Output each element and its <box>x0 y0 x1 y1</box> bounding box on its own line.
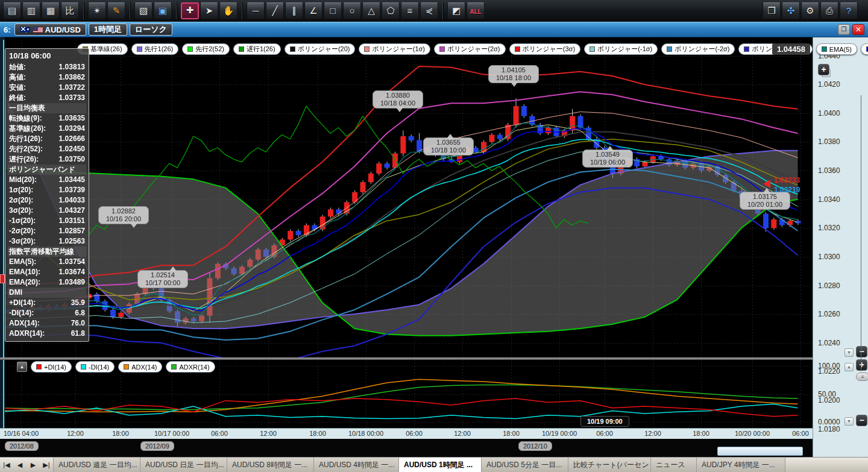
indicator-button[interactable]: 先行2(52) <box>182 43 230 55</box>
save-icon[interactable]: ▣ <box>154 2 172 19</box>
new-chart-icon[interactable]: ▥ <box>22 2 40 19</box>
sub-axis-label: 0.0000 <box>818 418 840 426</box>
crosshair-icon[interactable]: ✚ <box>181 2 199 19</box>
indicator-button[interactable]: ボリンジャー(-1σ) <box>584 43 658 55</box>
chart-tab[interactable]: AUD/USD 4時間足 一... <box>313 458 399 472</box>
zoom-in-button[interactable]: + <box>818 64 829 75</box>
indicator-button[interactable]: 遅行1(26) <box>233 43 281 55</box>
indicator-settings-icon[interactable]: ✴ <box>88 2 106 19</box>
compare-icon[interactable]: 比 <box>61 2 79 19</box>
timeframe-button[interactable]: 1時間足 <box>89 24 127 36</box>
data-panel-row: 始値:1.03813 <box>8 62 86 72</box>
time-axis-label: 12:00 <box>67 430 84 437</box>
data-panel-row: -2σ(20):1.02857 <box>8 226 86 236</box>
print-icon[interactable]: ⎙ <box>820 2 838 19</box>
fan-lines-icon[interactable]: ⋞ <box>420 2 438 19</box>
data-panel-row: 安値:1.03722 <box>8 83 86 93</box>
dmi-legend-button[interactable]: -DI(14) <box>75 361 115 373</box>
data-panel-row: 終値:1.03733 <box>8 93 86 103</box>
scroll-down-button[interactable]: ▼ <box>844 348 854 357</box>
windows-icon[interactable]: ❐ <box>763 2 781 19</box>
dmi-legend-button[interactable]: ADX(14) <box>118 361 162 373</box>
data-panel-row: -DI(14):6.8 <box>8 308 86 318</box>
sub-scroll-down-button[interactable]: ▼ <box>844 417 854 426</box>
chart-tab[interactable]: AUD/USD 日足 一目均... <box>140 458 227 472</box>
chart-tab[interactable]: AUD/USD 週足 一目均... <box>53 458 140 472</box>
triangle-icon[interactable]: △ <box>362 2 380 19</box>
restore-window-button[interactable]: ❐ <box>838 24 850 35</box>
indicator-button[interactable]: ボリンジャー(1σ) <box>359 43 430 55</box>
main-price-chart[interactable] <box>5 40 813 357</box>
chart-tab[interactable]: AUD/JPY 4時間足 一... <box>696 458 785 472</box>
help-icon[interactable]: ? <box>840 2 858 19</box>
template-settings-icon[interactable]: ▧ <box>134 2 153 19</box>
price-arrow-icon <box>763 180 770 188</box>
sub-scroll-up-button[interactable]: ▲ <box>844 363 854 371</box>
data-panel-row: 1σ(20):1.03739 <box>8 185 86 195</box>
time-axis-label: 10/16 04:00 <box>4 430 39 437</box>
eraser-icon[interactable]: ◩ <box>447 2 465 19</box>
chart-list-icon[interactable]: ▤ <box>3 2 21 19</box>
bid-price-marker: 1.03219 <box>774 186 800 194</box>
chart-left-border <box>0 37 5 457</box>
dmi-legend-button[interactable]: +DI(14) <box>31 361 72 373</box>
history-minimap[interactable]: 2012/082012/092012/10 <box>0 439 813 457</box>
polygon-icon[interactable]: ⬠ <box>382 2 400 19</box>
chart-type-button[interactable]: ローソク <box>130 24 172 36</box>
sub-zoom-out-button[interactable]: − <box>856 415 867 426</box>
price-annotation-bubble: 1.0251410/17 00:00 <box>137 270 188 288</box>
tab-nav-button[interactable]: ◀ <box>13 458 27 472</box>
data-panel-row: +DI(14):35.9 <box>8 298 86 308</box>
dmi-legend-button[interactable]: ADXR(14) <box>166 361 215 373</box>
time-axis-label: 10/20 00:00 <box>735 430 770 437</box>
fullscreen-icon[interactable]: ✣ <box>782 2 800 19</box>
indicator-button[interactable]: ボリンジャー(2σ) <box>434 43 506 55</box>
tab-nav-button[interactable]: |◀ <box>0 458 13 472</box>
indicator-button[interactable]: ボリンジャー(-2σ) <box>661 43 735 55</box>
chart-tab[interactable]: AUD/USD 1時間足 ... <box>398 458 482 472</box>
angle-line-icon[interactable]: ∠ <box>304 2 322 19</box>
currency-pair-badge[interactable]: AUD/USD <box>14 24 86 36</box>
minimap-scrollbar-thumb[interactable] <box>717 447 803 456</box>
trend-line-icon[interactable]: ╱ <box>266 2 284 19</box>
horizontal-line-icon[interactable]: ─ <box>247 2 265 19</box>
indicator-button[interactable]: ボリンジャー(3σ) <box>509 43 581 55</box>
data-panel-row: EMA(10):1.03674 <box>8 267 86 277</box>
circle-icon[interactable]: ○ <box>343 2 361 19</box>
calendar-icon[interactable]: ▦ <box>42 2 60 19</box>
price-annotation-bubble: 1.0388010/18 04:00 <box>373 90 423 109</box>
axis-scrollbar-track[interactable] <box>861 95 861 371</box>
chart-tab[interactable]: 比較チャート(パーセント... <box>568 458 651 472</box>
price-axis-label: 1.0380 <box>818 137 840 146</box>
chart-tab[interactable]: ニュース <box>650 458 697 472</box>
time-axis-label: 06:00 <box>792 430 809 437</box>
parallel-lines-icon[interactable]: ∥ <box>285 2 303 19</box>
indicator-button[interactable]: EMA(10) <box>861 43 868 55</box>
data-panel-row: 3σ(20):1.04327 <box>8 206 86 216</box>
fibonacci-icon[interactable]: ≡ <box>401 2 419 19</box>
splitter-handle[interactable]: ≡ <box>856 373 868 381</box>
collapse-panel-button[interactable]: ▲ <box>17 362 27 372</box>
indicator-button[interactable]: ボリンジャー(20) <box>285 43 356 55</box>
settings-gear-icon[interactable]: ⚙ <box>801 2 819 19</box>
rectangle-icon[interactable]: □ <box>324 2 342 19</box>
pointer-icon[interactable]: ➤ <box>200 2 218 19</box>
chart-tab[interactable]: AUD/USD 8時間足 一... <box>227 458 314 472</box>
time-axis-label: 18:00 <box>112 430 129 437</box>
time-axis-label: 18:00 <box>693 430 709 437</box>
draw-pencil-icon[interactable]: ✎ <box>107 2 125 19</box>
close-window-button[interactable]: ✕ <box>852 24 864 35</box>
tab-nav-button[interactable]: ▶| <box>40 458 53 472</box>
erase-all-icon[interactable]: ALL <box>467 2 485 19</box>
indicator-button[interactable]: 先行1(26) <box>131 43 179 55</box>
pair-label: AUD/USD <box>45 25 81 34</box>
tab-nav-button[interactable]: ▶ <box>27 458 40 472</box>
zoom-out-button[interactable]: − <box>856 346 867 357</box>
chart-tab[interactable]: AUD/USD 5分足 一目... <box>481 458 568 472</box>
left-edge-marker <box>0 274 5 283</box>
hand-icon[interactable]: ✋ <box>219 2 237 19</box>
minimap-month-badge: 2012/08 <box>5 441 39 451</box>
data-panel-section: 指数平滑移動平均線 <box>8 247 86 257</box>
indicator-button[interactable]: EMA(5) <box>816 43 857 55</box>
sub-zoom-in-button[interactable]: + <box>856 359 867 371</box>
